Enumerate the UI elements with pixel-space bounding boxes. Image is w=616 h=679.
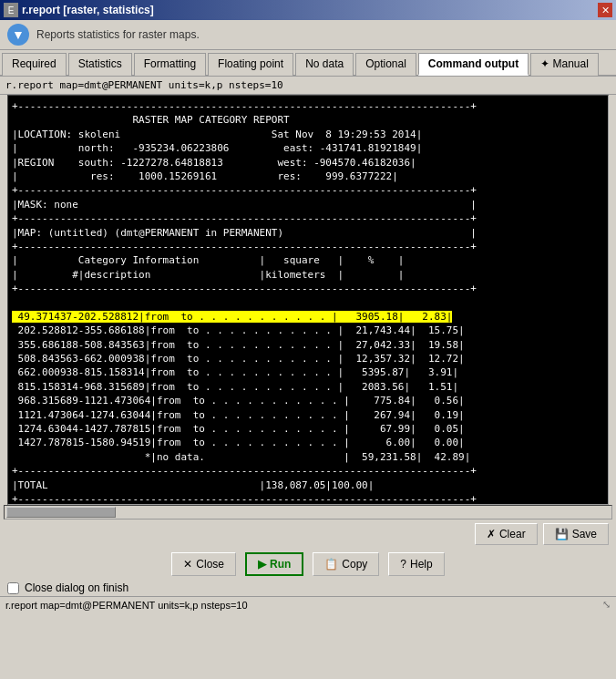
close-window-button[interactable]: ✕ xyxy=(598,3,612,17)
output-line: | #|description |kilometers | | xyxy=(12,269,404,281)
output-line: 1274.63044-1427.787815|from to . . . . .… xyxy=(12,423,465,435)
resize-icon: ⤡ xyxy=(602,599,611,611)
hscroll-thumb[interactable] xyxy=(6,507,116,518)
checkbox-area: Close dialog on finish xyxy=(0,580,616,596)
output-line: *|no data. | 59,231.58| 42.89| xyxy=(12,451,470,463)
run-button[interactable]: ▶ Run xyxy=(245,552,303,576)
window-title: r.report [raster, statistics] xyxy=(22,4,154,16)
app-icon: E xyxy=(4,3,18,17)
output-area[interactable]: +---------------------------------------… xyxy=(7,95,609,505)
save-button[interactable]: 💾 Save xyxy=(543,523,609,545)
tab-no-data[interactable]: No data xyxy=(295,53,354,76)
tab-optional[interactable]: Optional xyxy=(355,53,416,76)
titlebar: E r.report [raster, statistics] ✕ xyxy=(0,0,616,20)
infobar-text: Reports statistics for raster maps. xyxy=(36,28,200,41)
copy-icon: 📋 xyxy=(324,558,338,571)
output-line: 1427.787815-1580.94519|from to . . . . .… xyxy=(12,437,465,448)
tab-floating-point[interactable]: Floating point xyxy=(208,53,293,76)
output-line: +---------------------------------------… xyxy=(12,100,477,112)
output-line: | north: -935234.06223806 east: -431741.… xyxy=(12,142,422,154)
tab-formatting[interactable]: Formatting xyxy=(134,53,206,76)
bottom-button-area: ✕ Close ▶ Run 📋 Copy ? Help xyxy=(0,549,616,580)
output-line: 1121.473064-1274.63044|from to . . . . .… xyxy=(12,409,465,421)
clear-icon: ✗ xyxy=(487,528,496,540)
infobar: ▼ Reports statistics for raster maps. xyxy=(0,20,616,50)
output-line: +---------------------------------------… xyxy=(12,212,477,224)
output-line: +---------------------------------------… xyxy=(12,184,477,196)
output-line: 508.843563-662.000938|from to . . . . . … xyxy=(12,353,465,365)
copy-button[interactable]: 📋 Copy xyxy=(313,552,379,576)
clear-button[interactable]: ✗ Clear xyxy=(475,523,538,545)
save-icon: 💾 xyxy=(555,528,569,540)
help-icon: ? xyxy=(400,558,406,571)
statusbar: r.report map=dmt@PERMANENT units=k,p nst… xyxy=(0,596,616,612)
help-button[interactable]: ? Help xyxy=(388,552,444,576)
close-on-finish-checkbox[interactable] xyxy=(7,582,19,594)
close-on-finish-label: Close dialog on finish xyxy=(25,581,128,594)
tab-command-output[interactable]: Command output xyxy=(418,53,529,76)
output-line: +---------------------------------------… xyxy=(12,283,477,294)
hscroll-bar[interactable] xyxy=(4,505,612,520)
output-line: +---------------------------------------… xyxy=(12,241,477,252)
output-line: +---------------------------------------… xyxy=(12,465,477,477)
output-line: |TOTAL |138,087.05|100.00| xyxy=(12,479,374,491)
output-line: 202.528812-355.686188|from to . . . . . … xyxy=(12,324,465,336)
output-line: |REGION south: -1227278.64818813 west: -… xyxy=(12,157,416,169)
output-line: 815.158314-968.315689|from to . . . . . … xyxy=(12,381,458,393)
tab---manual[interactable]: ✦ Manual xyxy=(530,53,599,76)
output-line: |MASK: none | xyxy=(12,199,477,211)
output-line: | res: 1000.15269161 res: 999.6377222| xyxy=(12,170,398,182)
output-line: 662.000938-815.158314|from to . . . . . … xyxy=(12,366,458,378)
top-button-area: ✗ Clear 💾 Save xyxy=(0,520,616,549)
tab-required[interactable]: Required xyxy=(2,53,67,76)
info-icon: ▼ xyxy=(7,24,29,46)
cmdline-bar: r.report map=dmt@PERMANENT units=k,p nst… xyxy=(0,77,616,95)
output-line: 49.371437-202.528812|from to . . . . . .… xyxy=(12,311,452,323)
run-icon: ▶ xyxy=(258,558,266,571)
tab-bar: RequiredStatisticsFormattingFloating poi… xyxy=(0,50,616,77)
output-line: 968.315689-1121.473064|from to . . . . .… xyxy=(12,395,465,406)
close-icon: ✕ xyxy=(183,558,192,571)
output-line: |LOCATION: skoleni Sat Nov 8 19:29:53 20… xyxy=(12,129,422,140)
close-button[interactable]: ✕ Close xyxy=(171,552,236,576)
output-line: RASTER MAP CATEGORY REPORT xyxy=(12,114,290,126)
output-line: 355.686188-508.843563|from to . . . . . … xyxy=(12,339,465,351)
output-line: | Category Information | square | % | xyxy=(12,254,404,266)
output-line: |MAP: (untitled) (dmt@PERMANENT in PERMA… xyxy=(12,227,477,239)
status-text: r.report map=dmt@PERMANENT units=k,p nst… xyxy=(5,600,248,611)
tab-statistics[interactable]: Statistics xyxy=(68,53,132,76)
output-wrapper: +---------------------------------------… xyxy=(4,95,612,505)
output-line: +---------------------------------------… xyxy=(12,493,477,505)
